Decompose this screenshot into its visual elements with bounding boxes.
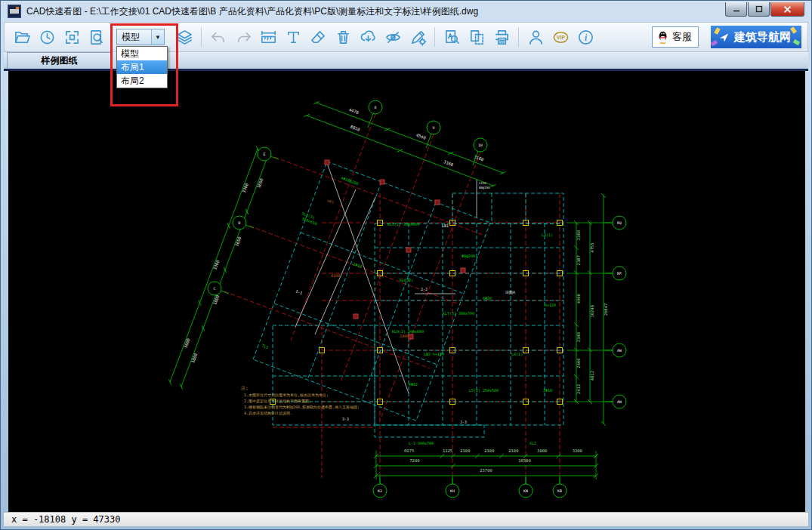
svg-text:KL6(2): KL6(2) <box>400 278 413 282</box>
nav-logo-icon <box>718 32 730 43</box>
svg-text:7200: 7200 <box>409 458 419 463</box>
svg-text:4755: 4755 <box>590 243 594 253</box>
hide-button[interactable] <box>381 26 404 48</box>
eraser-icon <box>310 29 327 46</box>
tab-label: 样例图纸 <box>42 54 78 67</box>
svg-text:3300: 3300 <box>242 183 249 194</box>
undo-button <box>207 26 230 48</box>
svg-text:4900: 4900 <box>576 294 581 304</box>
svg-text:h120: h120 <box>479 181 486 185</box>
svg-text:KN: KN <box>523 489 528 493</box>
redo-icon <box>235 29 252 46</box>
layers-button[interactable] <box>173 26 196 48</box>
fit-view-button[interactable] <box>60 26 83 48</box>
svg-text:3000: 3000 <box>537 448 547 453</box>
svg-text:1800: 1800 <box>212 294 220 306</box>
svg-text:1650: 1650 <box>234 236 242 248</box>
svg-text:1800: 1800 <box>190 353 198 364</box>
hide-icon <box>384 29 402 46</box>
nav-site-button[interactable]: 建筑导航网 <box>711 26 801 48</box>
history-button[interactable] <box>36 26 58 48</box>
svg-text:KL5(2) 300x600: KL5(2) 300x600 <box>387 222 419 226</box>
svg-text:AW: AW <box>617 349 622 353</box>
layout-option-0[interactable]: 模型 <box>117 47 167 60</box>
layout-select[interactable]: 模型▼ <box>116 29 165 45</box>
cloud-download-button[interactable] <box>357 26 379 48</box>
cursor-coordinates: x = -18108 y = 47330 <box>11 514 121 525</box>
print-button[interactable] <box>490 26 513 48</box>
svg-text:C: C <box>214 287 216 291</box>
svg-text:2100: 2100 <box>484 448 494 453</box>
window-controls <box>725 2 804 17</box>
confetti-decor <box>793 39 800 45</box>
minimize-button[interactable] <box>725 2 747 17</box>
open-button[interactable] <box>11 26 33 48</box>
cad-drawing[interactable]: 4470454031608810316033003300360016501650… <box>8 71 805 513</box>
delete-button[interactable] <box>332 26 354 48</box>
page-zoom-button[interactable] <box>85 26 108 48</box>
annotate-settings-button[interactable] <box>406 26 429 48</box>
open-icon <box>14 29 31 46</box>
svg-text:4100: 4100 <box>331 273 340 278</box>
app-window: CAD快速看图 - E:\工作交接\01 CAD快速看图\B 产品化资料\产品化… <box>0 0 812 530</box>
svg-text:Φ8@150: Φ8@150 <box>479 186 490 190</box>
svg-text:1125: 1125 <box>443 448 452 453</box>
chevron-down-icon[interactable]: ▼ <box>151 29 164 45</box>
svg-text:L3(1): L3(1) <box>542 233 553 237</box>
svg-text:KB: KB <box>557 489 562 493</box>
page-copy-button[interactable] <box>465 26 488 48</box>
svg-text:1650: 1650 <box>256 177 264 189</box>
qq-penguin-icon <box>656 30 669 45</box>
about-icon <box>577 29 594 46</box>
svg-text:3160: 3160 <box>474 154 485 162</box>
layout-option-1[interactable]: 布局1 <box>117 60 167 74</box>
svg-text:RP: RP <box>617 272 622 276</box>
redo-button <box>232 26 255 48</box>
annotate-settings-icon <box>409 29 427 46</box>
status-bar: x = -18108 y = 47330 <box>4 512 808 526</box>
svg-text:4Φ22: 4Φ22 <box>409 382 418 387</box>
print-icon <box>493 29 511 46</box>
svg-text:4540: 4540 <box>415 132 427 140</box>
svg-text:D: D <box>239 221 241 225</box>
vip-icon <box>552 29 570 46</box>
svg-text:4812: 4812 <box>590 371 594 381</box>
user-button[interactable] <box>524 26 547 48</box>
svg-text:RQ: RQ <box>617 221 622 225</box>
svg-text:L4(1): L4(1) <box>511 352 523 356</box>
svg-text:1-1: 1-1 <box>295 288 304 295</box>
vip-button[interactable] <box>549 26 572 48</box>
text-button[interactable] <box>282 26 304 48</box>
find-text-button[interactable] <box>440 26 463 48</box>
title-bar[interactable]: CAD快速看图 - E:\工作交接\01 CAD快速看图\B 产品化资料\产品化… <box>1 1 811 22</box>
svg-text:详图A: 详图A <box>505 290 515 295</box>
svg-text:3.楼板钢筋未注明者均为Φ8@200,双层双向拉通布置,伸入: 3.楼板钢筋未注明者均为Φ8@200,双层双向拉通布置,伸入支座锚固; <box>244 405 360 410</box>
svg-text:KL7(3) 300x700: KL7(3) 300x700 <box>443 311 474 316</box>
measure-button[interactable] <box>257 26 279 48</box>
svg-text:注:: 注: <box>241 385 249 390</box>
toolbar-separator <box>434 27 435 47</box>
layout-option-list: 模型布局1布局2 <box>116 46 168 88</box>
drawing-canvas[interactable]: 4470454031608810316033003300360016501650… <box>8 71 805 513</box>
main-toolbar: 模型▼模型布局1布局2 客服 建筑导航网 <box>4 22 808 52</box>
undo-icon <box>210 29 227 46</box>
find-text-icon <box>443 29 461 46</box>
svg-text:2100: 2100 <box>508 448 518 453</box>
layout-option-2[interactable]: 布局2 <box>117 74 167 88</box>
svg-text:2400: 2400 <box>400 334 409 338</box>
customer-service-button[interactable]: 客服 <box>652 26 699 48</box>
svg-text:20847: 20847 <box>604 304 608 316</box>
page-copy-icon <box>468 29 486 46</box>
svg-text:9: 9 <box>433 126 435 130</box>
eraser-button[interactable] <box>307 26 329 48</box>
about-button[interactable] <box>574 26 597 48</box>
close-button[interactable] <box>770 2 804 17</box>
svg-text:4470: 4470 <box>348 107 360 115</box>
svg-text:6Φ20: 6Φ20 <box>483 296 492 300</box>
svg-text:10248: 10248 <box>590 305 594 318</box>
svg-text:3300: 3300 <box>212 260 220 271</box>
svg-text:2Φ16: 2Φ16 <box>353 261 363 269</box>
tab-sample-drawing[interactable]: 样例图纸 <box>7 52 112 69</box>
app-icon <box>8 5 21 18</box>
maximize-button[interactable] <box>748 2 770 17</box>
